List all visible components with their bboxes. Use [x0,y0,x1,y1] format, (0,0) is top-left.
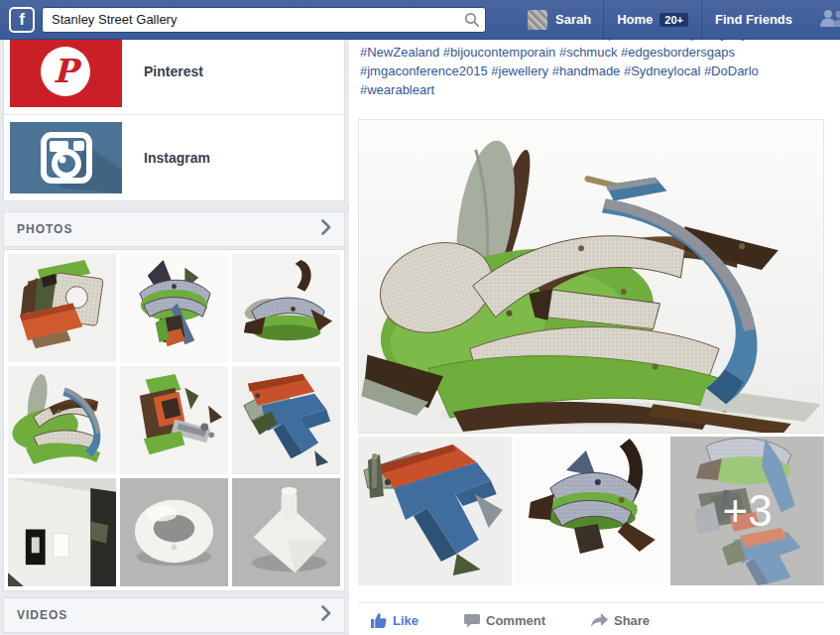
photo-thumbnail[interactable] [232,366,340,474]
notification-badge: 20+ [660,13,688,27]
search-icon[interactable] [464,12,480,28]
profile-link[interactable]: Sarah [555,12,591,27]
sidebar-item-pinterest[interactable]: P Pinterest [4,29,344,114]
photo-thumbnail[interactable] [8,478,116,586]
post-panel: #handmade2015 #exhibition #wearablesculp… [349,0,840,635]
app-label: Pinterest [144,64,203,79]
home-link[interactable]: Home 20+ [604,0,701,39]
videos-header-label: VIDEOS [17,608,67,622]
more-photos-overlay: +3 [670,437,824,585]
comment-label: Comment [486,613,545,628]
hashtag-line[interactable]: #NewZealand #bijoucontemporain #schmuck … [360,43,828,62]
photo-thumbnail[interactable] [8,254,116,362]
photo-thumbnail[interactable] [232,478,340,586]
search-box [42,7,486,33]
post-thumbnail-more[interactable]: +3 [670,437,824,585]
hashtag-line[interactable]: #jmgaconference2015 #jewellery #handmade… [360,62,828,80]
post-main-photo[interactable] [358,119,824,434]
chevron-right-icon [321,219,331,239]
find-friends-label: Find Friends [715,12,792,27]
share-label: Share [614,613,650,628]
photos-header-label: PHOTOS [17,222,72,236]
home-label: Home [617,12,653,27]
app-label: Instagram [144,150,210,166]
comment-icon [464,613,480,628]
photo-thumbnail[interactable] [120,254,228,362]
facebook-logo[interactable]: f [9,7,35,33]
like-button[interactable]: Like [371,613,419,628]
action-divider [358,602,824,603]
find-friends-link[interactable]: Find Friends [702,0,805,39]
photo-thumbnail[interactable] [120,478,228,586]
facebook-page: #handmade2015 #exhibition #wearablesculp… [0,0,840,635]
instagram-logo [10,122,122,193]
top-navbar: f Sarah Home 20+ Find Friends [0,0,840,40]
post-thumbnails: +3 [358,437,824,585]
photo-thumbnail[interactable] [8,366,116,474]
photos-grid [3,249,345,591]
pinterest-logo: P [10,36,122,107]
photo-thumbnail[interactable] [120,366,228,474]
search-input[interactable] [42,7,486,33]
photo-thumbnail[interactable] [232,254,340,362]
share-icon [591,613,608,628]
comment-button[interactable]: Comment [464,613,545,628]
apps-card: P Pinterest Instagram [3,28,345,201]
photos-section-header[interactable]: PHOTOS [3,211,345,247]
like-icon [371,613,387,628]
like-label: Like [393,613,419,628]
avatar[interactable] [528,10,547,30]
share-button[interactable]: Share [591,613,650,628]
post-thumbnail[interactable] [515,437,668,585]
hashtag-line[interactable]: #wearableart [360,80,828,99]
post-action-bar: Like Comment Share [358,608,824,632]
chevron-right-icon [321,605,331,625]
navbar-right: Sarah Home 20+ Find Friends [528,0,840,39]
videos-section-header[interactable]: VIDEOS [3,597,345,633]
post-thumbnail[interactable] [358,437,512,585]
friend-requests-icon[interactable] [819,9,840,30]
sidebar-item-instagram[interactable]: Instagram [4,114,344,200]
